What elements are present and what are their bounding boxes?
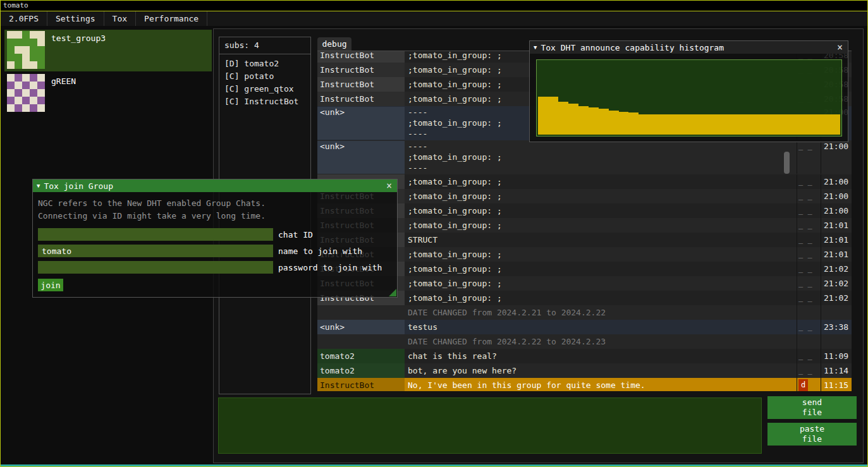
chat-message-line: ;tomato_in_group: ; (408, 152, 797, 162)
menu-item-settings[interactable]: Settings (47, 11, 104, 26)
close-icon[interactable]: × (836, 42, 844, 53)
chat-flags: _ _ (797, 262, 821, 276)
group-item-test_group3[interactable]: test_group3 (4, 30, 212, 71)
histogram-bar (770, 114, 780, 135)
chat-row[interactable]: <unk>----;tomato_in_group: ;----_ _21:00 (317, 140, 852, 174)
histogram-bar (649, 114, 659, 135)
histogram-bar (669, 114, 679, 135)
chat-sender: tomato2 (317, 363, 405, 378)
members-count-header: subs: 4 (219, 37, 310, 54)
chat-scrollbar-thumb[interactable] (784, 152, 790, 174)
resize-grip[interactable] (389, 289, 396, 296)
chat-timestamp: 21:01 (821, 247, 852, 262)
menu-item-performance[interactable]: Performance (136, 11, 207, 26)
delivered-flag: d (798, 379, 808, 391)
chat-message-line: bot, are you new here? (408, 363, 797, 378)
group-name: gREEN (51, 74, 76, 86)
close-icon[interactable]: × (385, 180, 393, 191)
histogram-window-title: Tox DHT announce capability histogram (541, 43, 832, 52)
chat-sender: InstructBot (317, 77, 405, 92)
chat-sender: <unk> (317, 107, 405, 140)
histogram-bar (830, 114, 840, 135)
histogram-bar (628, 112, 639, 135)
chat-flags: _ _ (797, 141, 821, 174)
histogram-window-titlebar[interactable]: ▼ Tox DHT announce capability histogram … (530, 41, 848, 54)
histogram-window: ▼ Tox DHT announce capability histogram … (529, 40, 848, 142)
chat-timestamp (821, 305, 852, 320)
chat-flags: _ _ (797, 276, 821, 291)
chat-timestamp (821, 334, 852, 349)
chat-row[interactable]: DATE CHANGED from 2024.2.21 to 2024.2.22 (317, 305, 852, 320)
join-field-label: password to join with (273, 263, 382, 272)
collapse-arrow-icon[interactable]: ▼ (37, 183, 40, 189)
histogram-plot (536, 59, 842, 136)
chat-row[interactable]: <unk>testus_ _23:38 (317, 320, 852, 334)
chat-row[interactable]: DATE CHANGED from 2024.2.22 to 2024.2.23 (317, 334, 852, 349)
chat-timestamp: 21:02 (821, 276, 852, 291)
chat-message: ;tomato_in_group: ; (405, 291, 797, 305)
histogram-bar (730, 114, 740, 135)
message-input[interactable] (218, 397, 762, 454)
chat-row[interactable]: tomato2bot, are you new here?_ _11:14 (317, 363, 852, 378)
histogram-bar (689, 114, 699, 135)
histogram-bar (639, 114, 649, 135)
chat-message: ;tomato_in_group: ; (405, 174, 797, 189)
histogram-bar (740, 114, 750, 135)
join-button[interactable]: join (38, 279, 63, 291)
chat-sender: <unk> (317, 141, 405, 174)
menubar: 2.0FPS SettingsToxPerformance (1, 11, 867, 26)
histogram-bar (659, 114, 669, 135)
collapse-arrow-icon[interactable]: ▼ (534, 44, 537, 51)
chat-timestamp: 11:15 (821, 378, 852, 391)
chat-message-line: ;tomato_in_group: ; (408, 203, 797, 218)
chat-message-line: ---- (408, 141, 797, 152)
chat-message: ;tomato_in_group: ; (405, 247, 797, 262)
chat-message: ;tomato_in_group: ; (405, 276, 797, 291)
chat-flags: _ _ (797, 203, 821, 218)
chat-message: ;tomato_in_group: ; (405, 189, 797, 203)
join-field-row: chat ID (38, 228, 392, 241)
join-info-line: NGC refers to the New DHT enabled Group … (38, 197, 392, 210)
group-list: test_group3gREEN (4, 30, 212, 116)
join-window-titlebar[interactable]: ▼ Tox join Group × (33, 179, 397, 192)
send-file-button[interactable]: send file (767, 396, 857, 419)
chat-message-line: ;tomato_in_group: ; (408, 262, 797, 276)
join-fields: chat IDname to join withpassword to join… (38, 228, 392, 274)
histogram-bar (568, 104, 578, 135)
chat-flags: _ _ (797, 320, 821, 334)
histogram-bar (578, 106, 589, 135)
histogram-bar (810, 114, 820, 135)
histogram-bar (800, 114, 810, 135)
member-item[interactable]: [C] green_qtox (219, 83, 310, 95)
join-field-password[interactable] (38, 261, 273, 274)
group-avatar-icon (7, 74, 45, 112)
window-title: tomato (3, 1, 28, 9)
member-item[interactable]: [C] InstructBot (219, 95, 310, 108)
chat-message: ----;tomato_in_group: ;---- (405, 141, 797, 174)
chat-flags (797, 305, 821, 320)
chat-row[interactable]: tomato2chat is this real?_ _11:09 (317, 349, 852, 363)
join-field-row: password to join with (38, 261, 392, 274)
chat-message: ;tomato_in_group: ; (405, 262, 797, 276)
join-field-chat-id[interactable] (38, 228, 273, 241)
chat-flags: _ _ (797, 247, 821, 262)
group-item-gREEN[interactable]: gREEN (4, 73, 212, 114)
chat-message-line: testus (408, 320, 797, 334)
join-field-name[interactable] (38, 245, 273, 257)
histogram-bar (760, 114, 770, 135)
chat-message-line: chat is this real? (408, 349, 797, 363)
chat-timestamp: 21:00 (821, 189, 852, 203)
chat-row[interactable]: InstructBotNo, I've been in this group f… (317, 378, 852, 391)
join-window-title: Tox join Group (44, 181, 381, 191)
member-item[interactable]: [D] tomato2 (219, 58, 310, 70)
members-list: [D] tomato2[C] potato[C] green_qtox[C] I… (219, 54, 310, 108)
chat-timestamp: 21:02 (821, 291, 852, 305)
menu-item-tox[interactable]: Tox (104, 11, 136, 26)
tab-debug[interactable]: debug (317, 37, 351, 51)
chat-message: No, I've been in this group for quite so… (405, 378, 797, 391)
chat-message: DATE CHANGED from 2024.2.21 to 2024.2.22 (405, 305, 797, 320)
member-item[interactable]: [C] potato (219, 70, 310, 83)
bottom-border-strip (1, 464, 867, 466)
paste-file-button[interactable]: paste file (767, 423, 857, 446)
join-info-text: NGC refers to the New DHT enabled Group … (38, 197, 392, 222)
